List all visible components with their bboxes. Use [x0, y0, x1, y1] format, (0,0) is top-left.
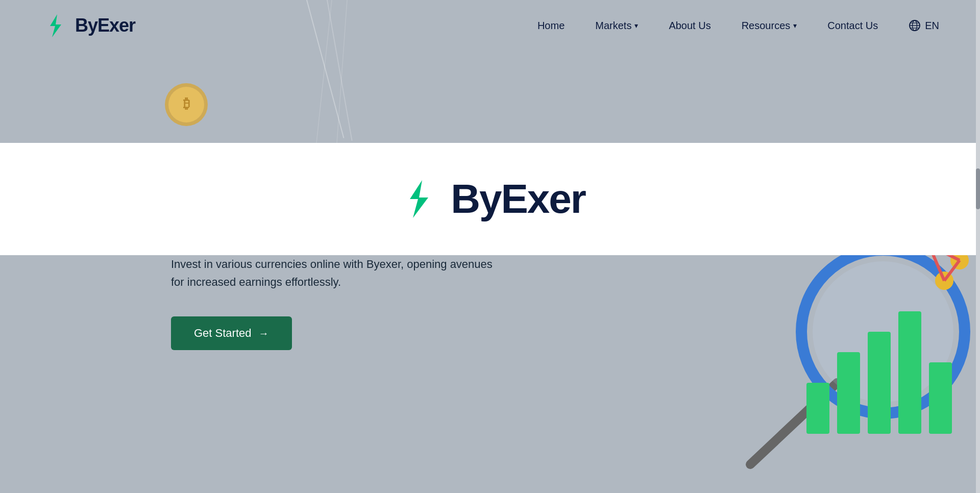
- svg-rect-15: [806, 383, 829, 434]
- center-logo: ByExer: [395, 176, 585, 223]
- nav-home[interactable]: Home: [537, 20, 565, 32]
- coin-decoration: ₿: [163, 82, 209, 128]
- hero-description: Invest in various currencies online with…: [171, 255, 503, 291]
- markets-chevron-icon: ▾: [634, 21, 638, 30]
- svg-rect-18: [898, 311, 921, 434]
- svg-rect-19: [929, 362, 952, 434]
- svg-rect-17: [868, 332, 891, 434]
- nav-about[interactable]: About Us: [669, 20, 710, 32]
- navbar: ByExer Home Markets ▾ About Us Resources…: [0, 0, 980, 51]
- scrollbar-track[interactable]: [976, 0, 980, 493]
- resources-chevron-icon: ▾: [793, 21, 797, 30]
- nav-markets[interactable]: Markets ▾: [595, 20, 638, 32]
- logo-icon: [41, 12, 69, 40]
- svg-rect-16: [837, 352, 860, 434]
- chart-decoration: [725, 230, 980, 493]
- center-logo-icon: [395, 176, 440, 222]
- language-selector[interactable]: EN: [909, 19, 939, 32]
- svg-marker-11: [410, 180, 428, 218]
- logo-link[interactable]: ByExer: [41, 12, 135, 40]
- white-panel: ByExer: [0, 143, 980, 255]
- arrow-icon: →: [259, 328, 269, 339]
- get-started-button[interactable]: Get Started →: [171, 316, 292, 350]
- logo-text: ByExer: [75, 15, 135, 36]
- svg-marker-2: [50, 14, 61, 37]
- language-label: EN: [925, 20, 939, 32]
- svg-text:₿: ₿: [183, 96, 190, 111]
- nav-contact[interactable]: Contact Us: [827, 20, 878, 32]
- nav-links: Home Markets ▾ About Us Resources ▾ Cont…: [537, 20, 878, 32]
- center-logo-text: ByExer: [451, 176, 585, 223]
- globe-icon: [909, 19, 921, 32]
- scrollbar-thumb[interactable]: [976, 168, 980, 209]
- nav-resources[interactable]: Resources ▾: [742, 20, 797, 32]
